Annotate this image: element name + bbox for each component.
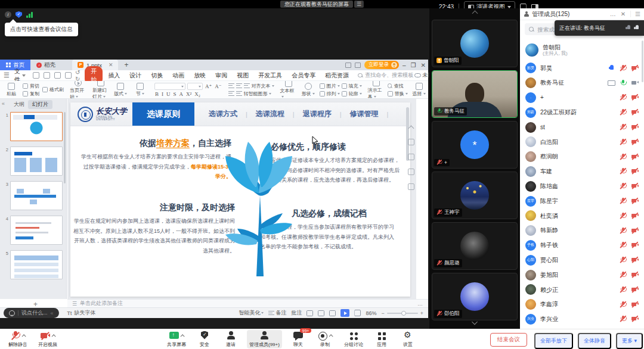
quick-access-icons[interactable]	[33, 72, 72, 79]
member-mic-icon[interactable]	[620, 286, 627, 294]
comments-toggle[interactable]: 批注	[291, 309, 302, 317]
slide-thumbnail-preview[interactable]	[10, 181, 63, 210]
member-camera-icon[interactable]	[631, 271, 639, 279]
to-smartart-button[interactable]: 转智能图形	[244, 91, 271, 97]
align-text-button[interactable]: 对齐文本	[252, 83, 274, 89]
member-camera-icon[interactable]	[631, 64, 639, 72]
panel-close-icon[interactable]: ✕	[621, 11, 626, 17]
member-row[interactable]: 郑蔚 22级工班郑蔚	[520, 105, 644, 120]
decrease-font-button[interactable]: A⁻	[214, 83, 222, 89]
text-box-button[interactable]: 文本框	[280, 81, 297, 99]
slide[interactable]: 长安大学 CHANG'AN UNIVERSITY 选课原则 选课方式 | 选课流…	[70, 102, 410, 297]
member-mic-icon[interactable]	[620, 241, 627, 249]
menu-design[interactable]: 设计	[125, 71, 145, 80]
toolbar-item[interactable]: 录制	[314, 330, 336, 348]
menu-docer-res[interactable]: 稻壳资源	[321, 71, 353, 80]
font-style-button[interactable]: U	[166, 91, 171, 97]
video-tile[interactable]: 王神宇	[432, 172, 518, 219]
member-camera-icon[interactable]	[631, 123, 639, 131]
member-camera-icon[interactable]	[631, 256, 639, 264]
menu-review[interactable]: 审阅	[211, 71, 231, 80]
lower-hand-icon[interactable]	[634, 25, 639, 31]
menu-insert[interactable]: 插入	[104, 71, 124, 80]
menu-devtools[interactable]: 开发工具	[254, 71, 286, 80]
replace-button[interactable]: 替换	[388, 91, 408, 97]
menu-animation[interactable]: 动画	[168, 71, 188, 80]
member-row[interactable]: 曾朝阳 (主持人, 我)	[520, 39, 644, 61]
tab-slides[interactable]: 幻灯片	[28, 100, 52, 109]
undo-redo-icons[interactable]: ↺ ↻	[75, 69, 81, 82]
member-mic-icon[interactable]	[620, 301, 627, 309]
toolbar-item[interactable]: 安全	[194, 330, 215, 348]
panel-burger-icon[interactable]: ☰	[630, 11, 640, 17]
picture-button[interactable]: 图片	[327, 83, 340, 89]
menu-burger-icon[interactable]: ☰	[4, 71, 10, 79]
member-camera-icon[interactable]	[631, 182, 639, 190]
toolbar-item[interactable]: 应用	[371, 330, 392, 348]
end-meeting-button[interactable]: 结束会议	[490, 333, 527, 347]
member-mic-icon[interactable]	[620, 64, 627, 72]
video-tile[interactable]: +	[432, 121, 518, 169]
member-mic-icon[interactable]	[620, 108, 627, 116]
slide-thumbnail[interactable]: 4	[0, 216, 63, 245]
member-camera-icon[interactable]	[631, 301, 639, 309]
rail-up-icon[interactable]	[408, 126, 414, 132]
toolbar-item[interactable]: 设置	[398, 330, 418, 348]
slide-thumbnail[interactable]: 1	[0, 112, 63, 141]
font-style-button[interactable]: X₂	[194, 91, 201, 97]
font-style-button[interactable]: I	[161, 91, 164, 97]
sorter-view-icon[interactable]	[318, 310, 324, 316]
slide-thumbnail[interactable]: 2	[0, 147, 63, 176]
align-left-icon[interactable]	[228, 83, 234, 88]
meeting-info-icon[interactable]: i	[5, 11, 11, 18]
slide-thumbnail[interactable]: 5	[0, 250, 63, 279]
member-mic-icon[interactable]	[620, 271, 627, 279]
copy-button[interactable]: 复制	[23, 91, 39, 97]
member-row[interactable]: 白浩阳	[520, 135, 644, 149]
font-style-button[interactable]: B	[154, 91, 159, 97]
select-button[interactable]: 选择	[411, 83, 428, 97]
format-painter-button[interactable]: 格式刷	[42, 86, 64, 93]
raise-hand-icon[interactable]	[626, 25, 631, 31]
font-style-button[interactable]: S	[173, 91, 177, 97]
window-layout-icon[interactable]	[345, 63, 351, 68]
menu-transition[interactable]: 切换	[147, 71, 167, 80]
member-row[interactable]: 姜旭阳	[520, 267, 644, 282]
member-row[interactable]: 星宇 陈星宇	[520, 194, 644, 208]
toolbar-item[interactable]: 邀请	[221, 330, 241, 348]
caret-icon[interactable]	[181, 334, 185, 338]
rail-tool-icon[interactable]	[408, 183, 414, 190]
zoom-slider[interactable]: −+	[381, 310, 423, 316]
member-row[interactable]: st	[520, 120, 644, 135]
slide-thumbnail-preview[interactable]	[10, 112, 63, 141]
smart-beautify-button[interactable]: 智能美化	[239, 309, 264, 317]
play-from-current-button[interactable]: 当页开始	[70, 81, 86, 99]
member-camera-icon[interactable]	[631, 212, 639, 220]
member-row[interactable]: 子铁 韩子铁	[520, 238, 644, 253]
slide-thumbnail-preview[interactable]	[10, 216, 63, 245]
member-mic-icon[interactable]	[620, 79, 627, 87]
menu-slideshow[interactable]: 放映	[190, 71, 210, 80]
member-row[interactable]: 车建	[520, 164, 644, 179]
member-mic-icon[interactable]	[620, 227, 627, 235]
video-tile[interactable]: 曾朝阳	[432, 20, 518, 67]
member-row[interactable]: 韩新静	[520, 223, 644, 238]
member-camera-icon[interactable]	[631, 138, 639, 146]
toolbar-item[interactable]: 共享屏幕	[165, 330, 188, 348]
wps-docer-tab[interactable]: ♪稻壳	[30, 60, 61, 70]
emoji-icon[interactable]	[9, 310, 15, 316]
member-mic-icon[interactable]	[620, 94, 627, 101]
member-row[interactable]: · +	[520, 91, 644, 105]
outline-button[interactable]: 轮廓	[349, 91, 362, 97]
member-camera-icon[interactable]	[631, 153, 639, 161]
member-camera-icon[interactable]	[631, 241, 639, 249]
member-row[interactable]: 杜奕潾	[520, 208, 644, 223]
video-tile[interactable]: 颜思璐	[432, 222, 518, 270]
member-mic-icon[interactable]	[620, 197, 627, 205]
member-row[interactable]: 李鑫淳	[520, 297, 644, 312]
align-center-icon[interactable]	[236, 83, 242, 88]
font-style-button[interactable]: A	[179, 91, 184, 97]
banner-menu-icon[interactable]: ☰	[354, 1, 364, 8]
slide-thumbnail-preview[interactable]	[10, 147, 63, 176]
member-mic-icon[interactable]	[620, 182, 627, 190]
